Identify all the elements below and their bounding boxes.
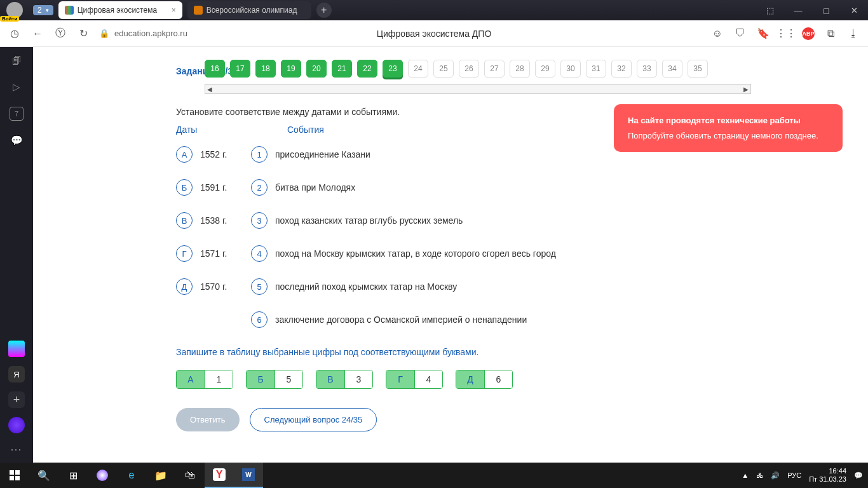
close-icon[interactable]: × [172, 6, 176, 15]
abp-icon[interactable]: ABP [802, 27, 815, 40]
tray-chevron-icon[interactable]: ▲ [742, 471, 749, 479]
q-btn[interactable]: 21 [332, 60, 352, 78]
answer-button[interactable]: Ответить [176, 408, 240, 431]
q-btn[interactable]: 25 [433, 60, 454, 78]
q-btn[interactable]: 22 [357, 60, 377, 78]
yandex-shortcut[interactable]: Я [8, 366, 25, 383]
q-btn[interactable]: 19 [281, 60, 301, 78]
q-btn[interactable]: 28 [510, 60, 530, 78]
horizontal-scrollbar[interactable]: ◀▶ [205, 84, 751, 94]
tab-inactive[interactable]: Всероссийская олимпиад [187, 1, 311, 19]
back-button[interactable]: ← [31, 27, 44, 41]
chat-icon[interactable]: 💬 [10, 133, 24, 147]
language-indicator[interactable]: РУС [787, 471, 801, 479]
scroll-right-icon[interactable]: ▶ [742, 85, 750, 93]
answer-cell[interactable]: А1 [176, 370, 233, 389]
panel-icon[interactable]: ⬚ [756, 0, 784, 20]
profile-button[interactable]: Войти [0, 0, 29, 20]
page-title: Цифровая экосистема ДПО [377, 29, 492, 39]
extensions-icon[interactable]: ⋮⋮ [779, 27, 793, 41]
chevron-down-icon: ▾ [46, 7, 49, 13]
next-question-button[interactable]: Следующий вопрос 24/35 [250, 408, 377, 431]
q-btn[interactable]: 17 [230, 60, 250, 78]
play-icon[interactable]: ▷ [10, 80, 24, 94]
alice-taskbar-icon[interactable] [88, 463, 117, 488]
history-icon[interactable]: ◷ [8, 27, 22, 41]
feed-icon[interactable]: 🗐 [10, 53, 24, 67]
q-btn[interactable]: 16 [205, 60, 225, 78]
q-btn[interactable]: 29 [535, 60, 555, 78]
browser-titlebar: Войти 2▾ Цифровая экосистема × Всероссий… [0, 0, 868, 20]
q-btn-current[interactable]: 23 [383, 60, 403, 78]
taskview-icon[interactable]: ⊞ [58, 463, 88, 488]
address-bar: ◷ ← Ⓨ ↻ 🔒 education.apkpro.ru Цифровая э… [0, 20, 868, 47]
svg-rect-3 [15, 476, 20, 480]
page-content: Задание 23/35 16 17 18 19 20 21 22 23 24… [33, 47, 868, 463]
minimize-button[interactable]: — [784, 0, 812, 20]
svg-rect-0 [10, 470, 14, 475]
new-tab-button[interactable]: + [316, 3, 332, 18]
edge-icon[interactable]: e [117, 463, 146, 488]
dates-header: Даты [176, 125, 252, 135]
alice-icon[interactable] [8, 417, 25, 433]
yandex-browser-taskbar[interactable]: Y [205, 463, 234, 488]
browser-sidebar: 🗐 ▷ 7 💬 Я + ⋯ [0, 47, 33, 463]
svg-rect-1 [15, 470, 20, 475]
collections-icon[interactable]: ⧉ [824, 27, 837, 41]
explorer-icon[interactable]: 📁 [146, 463, 175, 488]
maintenance-toast: На сайте проводятся технические работы П… [614, 104, 843, 152]
answer-cell[interactable]: Д6 [456, 370, 513, 389]
word-taskbar[interactable]: W [234, 463, 263, 488]
q-btn[interactable]: 18 [255, 60, 276, 78]
answer-row: А1 Б5 В3 Г4 Д6 [176, 370, 843, 389]
close-button[interactable]: ✕ [840, 0, 868, 20]
q-btn[interactable]: 24 [408, 60, 428, 78]
q-btn[interactable]: 20 [306, 60, 327, 78]
calendar-icon[interactable]: 7 [10, 107, 24, 121]
instruction2-text: Запишите в таблицу выбранные цифры под с… [176, 347, 843, 357]
q-btn[interactable]: 33 [637, 60, 657, 78]
q-btn[interactable]: 34 [662, 60, 682, 78]
download-icon[interactable]: ⭳ [846, 27, 860, 41]
search-icon[interactable]: 🔍 [29, 463, 58, 488]
q-btn[interactable]: 30 [560, 60, 581, 78]
favicon [194, 6, 203, 15]
tab-active[interactable]: Цифровая экосистема × [58, 1, 182, 19]
q-btn[interactable]: 31 [586, 60, 606, 78]
svg-rect-2 [10, 476, 14, 480]
start-button[interactable] [0, 463, 29, 488]
q-btn[interactable]: 27 [484, 60, 505, 78]
notifications-icon[interactable]: 💬 [854, 471, 863, 480]
q-btn[interactable]: 26 [459, 60, 479, 78]
bookmark-icon[interactable]: 🔖 [756, 27, 770, 41]
store-icon[interactable]: 🛍 [175, 463, 205, 488]
windows-taskbar: 🔍 ⊞ e 📁 🛍 Y W ▲ 🖧 🔊 РУС 16:44 Пт 31.03.2… [0, 463, 868, 488]
network-icon[interactable]: 🖧 [756, 471, 763, 479]
shield-icon[interactable]: ⛉ [733, 27, 747, 41]
lock-icon: 🔒 [99, 29, 109, 38]
maximize-button[interactable]: ◻ [812, 0, 840, 20]
answer-cell[interactable]: Г4 [386, 370, 443, 389]
reload-button[interactable]: ↻ [76, 27, 90, 41]
clock[interactable]: 16:44 Пт 31.03.23 [809, 467, 846, 484]
feedback-icon[interactable]: ☺ [710, 27, 724, 41]
date-letter: А [176, 146, 193, 163]
add-shortcut[interactable]: + [8, 391, 25, 408]
q-btn[interactable]: 35 [688, 60, 708, 78]
answer-cell[interactable]: В3 [316, 370, 373, 389]
more-icon[interactable]: ⋯ [10, 442, 23, 456]
favicon [65, 6, 74, 15]
tab-counter[interactable]: 2▾ [33, 5, 53, 15]
volume-icon[interactable]: 🔊 [771, 471, 780, 480]
answer-cell[interactable]: Б5 [246, 370, 303, 389]
yandex-icon[interactable]: Ⓨ [53, 27, 67, 41]
q-btn[interactable]: 32 [611, 60, 632, 78]
scroll-left-icon[interactable]: ◀ [205, 85, 214, 93]
event-number: 1 [251, 146, 268, 163]
events-header: События [287, 125, 324, 135]
app-shortcut[interactable] [8, 341, 25, 357]
question-nav: 16 17 18 19 20 21 22 23 24 25 26 27 28 2… [205, 60, 868, 78]
